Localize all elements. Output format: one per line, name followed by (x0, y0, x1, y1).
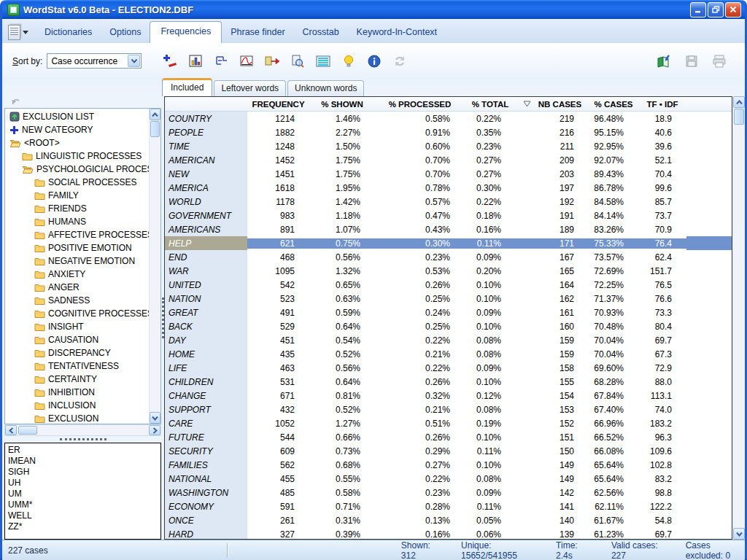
table-row-day[interactable]: DAY4510.54%0.22%0.08%15970.04%69.7 (165, 333, 732, 347)
table-row-nation[interactable]: NATION5230.63%0.25%0.10%16271.37%76.6 (165, 292, 732, 306)
table-vertical-scrollbar[interactable] (732, 96, 745, 540)
tree-item-exclusion-list[interactable]: EXCLUSION LIST (5, 110, 149, 123)
table-row-new[interactable]: NEW14511.75%0.70%0.27%20389.43%70.4 (165, 167, 732, 181)
table-row-government[interactable]: GOVERNMENT9831.18%0.47%0.18%19184.14%73.… (165, 209, 732, 222)
scroll-left-button[interactable] (5, 425, 17, 435)
tree-item-social-processes[interactable]: SOCIAL PROCESSES (5, 176, 149, 189)
table-row-people[interactable]: PEOPLE18822.27%0.91%0.35%21695.15%40.6 (165, 125, 732, 139)
panel-menu-button[interactable] (8, 25, 28, 40)
table-row-united[interactable]: UNITED5420.65%0.26%0.10%16472.25%76.5 (165, 278, 732, 292)
list-item[interactable]: UM (8, 489, 158, 499)
table-row-world[interactable]: WORLD11781.42%0.57%0.22%19284.58%85.7 (165, 195, 732, 209)
table-row-help[interactable]: HELP6210.75%0.30%0.11%17175.33%76.4 (165, 236, 732, 250)
scrollbar-thumb[interactable] (734, 109, 744, 125)
tree-item-psychologicial-processe[interactable]: PSYCHOLOGICIAL PROCESSE (5, 163, 149, 176)
tree-item-anxiety[interactable]: ANXIETY (5, 268, 149, 281)
tree-item-root[interactable]: <ROOT> (5, 136, 149, 149)
tree-item-linguistic-processes[interactable]: LINGUISTIC PROCESSES (5, 149, 149, 163)
scrollbar-track[interactable] (733, 125, 745, 528)
tab-leftover-words[interactable]: Leftover words (214, 80, 286, 96)
override-word-list[interactable]: ERIMEANSIGHUHUMUMM*WELLZZ* (4, 443, 161, 540)
menu-tab-dictionaries[interactable]: Dictionaries (36, 23, 101, 43)
table-row-change[interactable]: CHANGE6710.81%0.32%0.12%15467.84%113.1 (165, 389, 732, 402)
tree-item-anger[interactable]: ANGER (5, 281, 149, 294)
table-row-future[interactable]: FUTURE5440.66%0.26%0.10%15166.52%96.3 (165, 430, 732, 444)
outline-list-button[interactable] (212, 52, 231, 70)
scrollbar-thumb[interactable] (150, 121, 160, 137)
tree-item-inclusion[interactable]: INCLUSION (5, 399, 149, 412)
export-arrow-button[interactable] (263, 52, 282, 70)
table-row-security[interactable]: SECURITY6090.73%0.29%0.11%15066.08%109.6 (165, 444, 732, 458)
report-preview-button[interactable] (288, 52, 307, 70)
tree-item-causation[interactable]: CAUSATION (5, 333, 149, 346)
scrollbar-thumb[interactable] (18, 426, 37, 435)
list-item[interactable]: IMEAN (8, 456, 158, 467)
table-row-great[interactable]: GREAT4910.59%0.24%0.09%16170.93%73.3 (165, 306, 732, 319)
tree-item-sadness[interactable]: SADNESS (5, 294, 149, 307)
grid-view-button[interactable] (314, 52, 333, 70)
table-row-families[interactable]: FAMILIES5620.68%0.27%0.10%14965.64%102.8 (165, 458, 732, 472)
list-item[interactable]: WELL (8, 510, 158, 521)
column-header-total[interactable]: % TOTAL (465, 100, 516, 109)
tree-item-insight[interactable]: INSIGHT (5, 320, 149, 333)
column-header-shown[interactable]: % SHOWN (309, 100, 375, 109)
list-item[interactable]: UH (8, 478, 158, 489)
column-header-tf-idf[interactable]: TF • IDF (638, 100, 686, 109)
column-header-processed[interactable]: % PROCESSED (375, 100, 465, 109)
list-item[interactable]: UMM* (8, 499, 158, 510)
menu-tab-crosstab[interactable]: Crosstab (294, 23, 348, 43)
table-row-national[interactable]: NATIONAL4550.55%0.22%0.08%14965.64%83.2 (165, 472, 732, 486)
print-button[interactable] (710, 52, 729, 70)
table-row-war[interactable]: WAR10951.32%0.53%0.20%16572.69%151.7 (165, 264, 732, 278)
refresh-button[interactable] (390, 52, 409, 70)
tree-item-affective-processes[interactable]: AFFECTIVE PROCESSES (5, 228, 149, 241)
scrollbar-track[interactable] (39, 425, 149, 435)
horizontal-splitter[interactable] (4, 436, 161, 443)
tree-horizontal-scrollbar[interactable] (4, 424, 161, 436)
table-row-hard[interactable]: HARD3270.39%0.16%0.06%13961.23%69.7 (165, 527, 732, 539)
table-row-care[interactable]: CARE10521.27%0.51%0.19%15266.96%183.2 (165, 416, 732, 430)
suggestion-bulb-button[interactable] (339, 52, 358, 70)
column-header-nb-cases[interactable]: NB CASES (516, 100, 589, 109)
tree-item-inhibition[interactable]: INHIBITION (5, 386, 149, 399)
combobox-arrow-button[interactable] (128, 55, 140, 67)
tree-item-tentativeness[interactable]: TENTATIVENESS (5, 359, 149, 373)
tree-item-positive-emotion[interactable]: POSITIVE EMOTION (5, 241, 149, 254)
list-item[interactable]: ZZ* (8, 521, 158, 532)
info-button[interactable] (365, 52, 384, 70)
menu-tab-phrase-finder[interactable]: Phrase finder (222, 23, 293, 43)
table-row-once[interactable]: ONCE2610.31%0.13%0.05%14061.67%54.8 (165, 513, 732, 527)
table-row-economy[interactable]: ECONOMY5910.71%0.28%0.11%14162.11%122.2 (165, 499, 732, 513)
scroll-down-button[interactable] (733, 528, 745, 540)
restore-button[interactable] (708, 2, 724, 18)
menu-tab-keyword-in-context[interactable]: Keyword-In-Context (348, 23, 446, 43)
table-row-back[interactable]: BACK5290.64%0.25%0.10%16070.48%80.4 (165, 319, 732, 333)
column-header-cases[interactable]: % CASES (589, 100, 638, 109)
table-row-life[interactable]: LIFE4630.56%0.22%0.09%15869.60%72.9 (165, 361, 732, 375)
table-row-washington[interactable]: WASHINGTON4850.58%0.23%0.09%14262.56%98.… (165, 486, 732, 499)
tree-item-exclusion[interactable]: EXCLUSION (5, 412, 149, 424)
table-row-children[interactable]: CHILDREN5310.64%0.26%0.10%15568.28%88.0 (165, 375, 732, 389)
list-item[interactable]: SIGH (8, 467, 158, 478)
open-report-button[interactable] (654, 52, 673, 70)
tab-included[interactable]: Included (162, 78, 212, 96)
scroll-right-button[interactable] (149, 425, 160, 435)
tree-item-new-category[interactable]: NEW CATEGORY (5, 123, 149, 136)
scroll-up-button[interactable] (150, 109, 160, 120)
table-row-time[interactable]: TIME12481.50%0.60%0.23%21192.95%39.6 (165, 139, 732, 153)
table-row-home[interactable]: HOME4350.52%0.21%0.08%15970.04%67.3 (165, 347, 732, 361)
title-bar[interactable]: WordStat v6.0 Beta - ELECTION2.DBF (2, 0, 745, 19)
tree-item-friends[interactable]: FRIENDS (5, 202, 149, 215)
undo-icon[interactable] (10, 98, 22, 106)
minimize-button[interactable] (690, 2, 706, 18)
menu-tab-options[interactable]: Options (101, 23, 150, 43)
table-row-american[interactable]: AMERICAN14521.75%0.70%0.27%20992.07%52.1 (165, 153, 732, 167)
list-item[interactable]: ER (8, 445, 158, 456)
scroll-down-button[interactable] (150, 412, 160, 424)
scroll-up-button[interactable] (733, 96, 745, 108)
table-row-america[interactable]: AMERICA16181.95%0.78%0.30%19786.78%99.6 (165, 181, 732, 195)
tree-item-negative-emotion[interactable]: NEGATIVE EMOTION (5, 254, 149, 268)
tree-item-humans[interactable]: HUMANS (5, 215, 149, 228)
table-row-support[interactable]: SUPPORT4320.52%0.21%0.08%15367.40%74.0 (165, 402, 732, 416)
tree-vertical-scrollbar[interactable] (149, 109, 160, 424)
